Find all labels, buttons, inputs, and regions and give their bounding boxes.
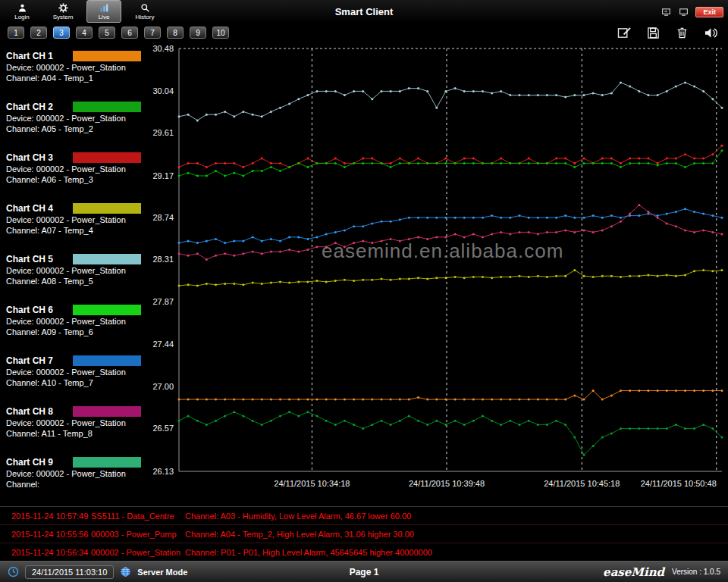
svg-text:24/11/2015 10:39:48: 24/11/2015 10:39:48 — [409, 479, 485, 488]
alarm-device: SS5111 - Data_Centre — [91, 512, 185, 521]
page-button-10[interactable]: 10 — [212, 27, 229, 39]
svg-text:29.61: 29.61 — [152, 128, 174, 137]
page-button-9[interactable]: 9 — [190, 27, 206, 39]
easemind-logo: easeMind — [603, 565, 664, 579]
nav-history[interactable]: History — [127, 0, 162, 23]
page-button-1[interactable]: 1 — [8, 27, 24, 39]
channel-item-5[interactable]: Chart CH 5 Device: 000002 - Power_Statio… — [6, 250, 146, 301]
nav-system-label: System — [53, 14, 74, 20]
alarm-message: Channel: A03 - Humidity, Low Level Alarm… — [185, 512, 728, 521]
status-bar: 24/11/2015 11:03:10 Server Mode Page 1 e… — [0, 561, 728, 582]
channel-color-swatch — [73, 355, 141, 366]
main-area: Chart CH 1 Device: 000002 - Power_Statio… — [0, 42, 728, 506]
nav-login[interactable]: Login — [5, 0, 39, 23]
channel-sidebar: Chart CH 1 Device: 000002 - Power_Statio… — [0, 42, 146, 506]
channel-color-swatch — [73, 203, 141, 214]
svg-text:24/11/2015 10:45:18: 24/11/2015 10:45:18 — [544, 479, 620, 488]
page-button-2[interactable]: 2 — [30, 27, 47, 39]
channel-item-4[interactable]: Chart CH 4 Device: 000002 - Power_Statio… — [6, 199, 146, 250]
channel-device: Device: 000002 - Power_Station — [6, 418, 146, 427]
delete-button[interactable] — [672, 25, 692, 40]
svg-text:27.87: 27.87 — [152, 297, 174, 306]
svg-text:27.44: 27.44 — [152, 340, 174, 349]
channel-name: Channel: A07 - Temp_4 — [6, 226, 146, 235]
page-button-8[interactable]: 8 — [167, 27, 184, 39]
channel-item-8[interactable]: Chart CH 8 Device: 000002 - Power_Statio… — [6, 402, 146, 453]
svg-text:26.13: 26.13 — [152, 467, 174, 476]
channel-color-swatch — [73, 51, 141, 61]
svg-text:27.00: 27.00 — [152, 382, 174, 391]
channel-name: Channel: A09 - Temp_6 — [6, 327, 146, 336]
channel-title: Chart CH 8 — [6, 406, 73, 417]
server-globe-icon — [120, 566, 131, 577]
channel-title: Chart CH 6 — [6, 305, 73, 315]
channel-name: Channel: A10 - Temp_7 — [6, 378, 146, 387]
channel-color-swatch — [73, 102, 141, 112]
nav-system[interactable]: System — [46, 0, 80, 23]
svg-text:24/11/2015 10:50:48: 24/11/2015 10:50:48 — [641, 479, 717, 488]
nav-history-label: History — [136, 14, 155, 20]
channel-device: Device: 000002 - Power_Station — [6, 469, 146, 478]
nav-live-label: Live — [99, 14, 110, 20]
window-controls: Exit — [661, 5, 723, 17]
clock-icon — [8, 566, 19, 577]
login-icon — [17, 3, 27, 13]
status-right: easeMind Version : 1.0.5 — [603, 565, 720, 579]
alarm-time: 2015-11-24 10:55:56 — [0, 530, 91, 539]
save-floppy-icon — [646, 27, 661, 39]
channel-title: Chart CH 4 — [6, 203, 73, 214]
alarm-device: 000002 - Power_Station — [91, 548, 185, 557]
svg-text:26.57: 26.57 — [152, 424, 174, 433]
alarm-row-3[interactable]: 2015-11-24 10:56:34 000002 - Power_Stati… — [0, 543, 728, 562]
speaker-icon — [704, 27, 718, 39]
page-button-4[interactable]: 4 — [76, 27, 93, 39]
edit-button[interactable] — [614, 25, 634, 40]
channel-title: Chart CH 1 — [6, 51, 73, 61]
alarm-device: 000003 - Power_Pump — [91, 530, 185, 539]
display-icon[interactable] — [678, 7, 689, 17]
page-button-5[interactable]: 5 — [99, 27, 115, 39]
channel-device: Device: 000002 - Power_Station — [6, 368, 146, 377]
channel-title: Chart CH 9 — [6, 457, 73, 468]
channel-item-1[interactable]: Chart CH 1 Device: 000002 - Power_Statio… — [6, 47, 146, 98]
alarm-message: Channel: A04 - Temp_2, High Level Alarm,… — [185, 530, 728, 539]
page-button-6[interactable]: 6 — [121, 27, 138, 39]
save-button[interactable] — [643, 25, 663, 40]
alarm-message: Channel: P01 - P01, High Level Alarm, 45… — [185, 548, 728, 557]
channel-color-swatch — [73, 254, 141, 264]
channel-device: Device: 000002 - Power_Station — [6, 63, 146, 72]
channel-item-9[interactable]: Chart CH 9 Device: 000002 - Power_Statio… — [6, 453, 146, 504]
live-trend-chart[interactable]: 26.1326.5727.0027.4427.8728.3128.7429.17… — [146, 42, 728, 506]
channel-title: Chart CH 2 — [6, 102, 73, 112]
channel-device: Device: 000002 - Power_Station — [6, 317, 146, 326]
page-button-7[interactable]: 7 — [144, 27, 161, 39]
alarm-row-2[interactable]: 2015-11-24 10:55:56 000003 - Power_Pump … — [0, 525, 728, 543]
channel-color-swatch — [73, 305, 141, 315]
svg-text:28.31: 28.31 — [152, 255, 174, 264]
chart-toolbar — [614, 25, 720, 40]
channel-title: Chart CH 5 — [6, 254, 73, 264]
version-label: Version : 1.0.5 — [672, 568, 720, 576]
chart-panel: 26.1326.5727.0027.4427.8728.3128.7429.17… — [146, 42, 728, 506]
history-search-icon — [140, 3, 150, 13]
top-bar: Login System — [0, 0, 728, 23]
nav-live[interactable]: Live — [86, 0, 121, 23]
channel-item-6[interactable]: Chart CH 6 Device: 000002 - Power_Statio… — [6, 301, 146, 352]
trash-icon — [675, 27, 689, 39]
page-button-3[interactable]: 3 — [53, 27, 70, 39]
svg-text:24/11/2015 10:34:18: 24/11/2015 10:34:18 — [274, 479, 350, 488]
channel-item-7[interactable]: Chart CH 7 Device: 000002 - Power_Statio… — [6, 352, 146, 402]
audio-button[interactable] — [701, 25, 720, 40]
channel-device: Device: 000002 - Power_Station — [6, 114, 146, 123]
alarm-list: 2015-11-24 10:57:49 SS5111 - Data_Centre… — [0, 506, 728, 561]
channel-name: Channel: — [6, 480, 146, 489]
channel-item-3[interactable]: Chart CH 3 Device: 000002 - Power_Statio… — [6, 149, 146, 199]
exit-button[interactable]: Exit — [695, 7, 723, 17]
alarm-time: 2015-11-24 10:56:34 — [0, 548, 91, 557]
alarm-row-1[interactable]: 2015-11-24 10:57:49 SS5111 - Data_Centre… — [0, 507, 728, 525]
nav-login-label: Login — [14, 14, 30, 20]
server-mode-label: Server Mode — [137, 568, 187, 577]
screen-switch-icon[interactable] — [661, 7, 672, 17]
channel-name: Channel: A04 - Temp_1 — [6, 74, 146, 83]
channel-item-2[interactable]: Chart CH 2 Device: 000002 - Power_Statio… — [6, 98, 146, 149]
